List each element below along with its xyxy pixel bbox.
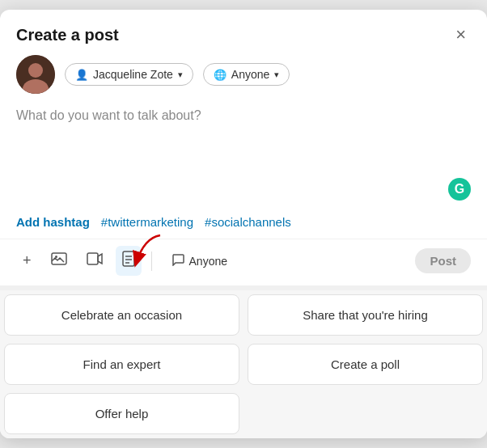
author-name: Jacqueline Zote [93, 68, 173, 81]
person-icon: 👤 [75, 69, 88, 81]
author-chevron-icon: ▾ [178, 70, 183, 80]
toolbar-divider [151, 251, 152, 271]
document-icon [122, 251, 135, 271]
post-visibility-label: Anyone [189, 255, 227, 268]
create-post-modal: Create a post × 👤 Jacqueline Zote ▾ 🌐 An… [0, 10, 487, 438]
post-button[interactable]: Post [415, 248, 471, 273]
post-visibility-button[interactable]: Anyone [162, 249, 237, 273]
options-grid: Celebrate an occasion Share that you're … [0, 285, 487, 438]
visibility-chevron-icon: ▾ [274, 70, 279, 80]
video-icon [87, 252, 103, 269]
find-expert-button[interactable]: Find an expert [4, 344, 239, 385]
avatar [16, 55, 55, 94]
add-hashtag-button[interactable]: Add hashtag [16, 215, 90, 229]
hashtag-2[interactable]: #socialchannels [205, 215, 291, 229]
grammarly-button[interactable]: G [448, 178, 471, 201]
add-content-button[interactable]: + [16, 247, 38, 274]
add-document-button[interactable] [116, 246, 142, 276]
share-hiring-button[interactable]: Share that you're hiring [248, 294, 483, 336]
svg-rect-5 [87, 253, 98, 264]
user-row: 👤 Jacqueline Zote ▾ 🌐 Anyone ▾ [0, 55, 487, 105]
svg-point-1 [28, 63, 43, 78]
offer-help-button[interactable]: Offer help [4, 393, 239, 434]
close-icon: × [455, 26, 466, 44]
post-placeholder: What do you want to talk about? [16, 108, 201, 122]
celebrate-occasion-button[interactable]: Celebrate an occasion [4, 294, 239, 336]
add-image-button[interactable] [44, 247, 74, 274]
hashtag-1[interactable]: #twittermarketing [101, 215, 193, 229]
add-video-button[interactable] [80, 247, 109, 274]
hashtag-row: Add hashtag #twittermarketing #socialcha… [0, 209, 487, 239]
plus-icon: + [23, 252, 32, 269]
svg-rect-6 [123, 251, 134, 266]
grammarly-badge-row: G [0, 178, 487, 209]
toolbar-row: + [0, 239, 487, 285]
visibility-label: Anyone [231, 68, 269, 81]
modal-header: Create a post × [0, 10, 487, 55]
globe-icon: 🌐 [214, 69, 227, 81]
visibility-dropdown[interactable]: 🌐 Anyone ▾ [203, 63, 290, 86]
post-text-area[interactable]: What do you want to talk about? [0, 105, 487, 178]
author-dropdown[interactable]: 👤 Jacqueline Zote ▾ [65, 63, 193, 86]
avatar-image [16, 55, 55, 94]
modal-title: Create a post [16, 26, 119, 44]
close-button[interactable]: × [451, 24, 471, 45]
create-poll-button[interactable]: Create a poll [248, 344, 483, 385]
comment-icon [172, 253, 184, 268]
image-icon [51, 252, 67, 269]
